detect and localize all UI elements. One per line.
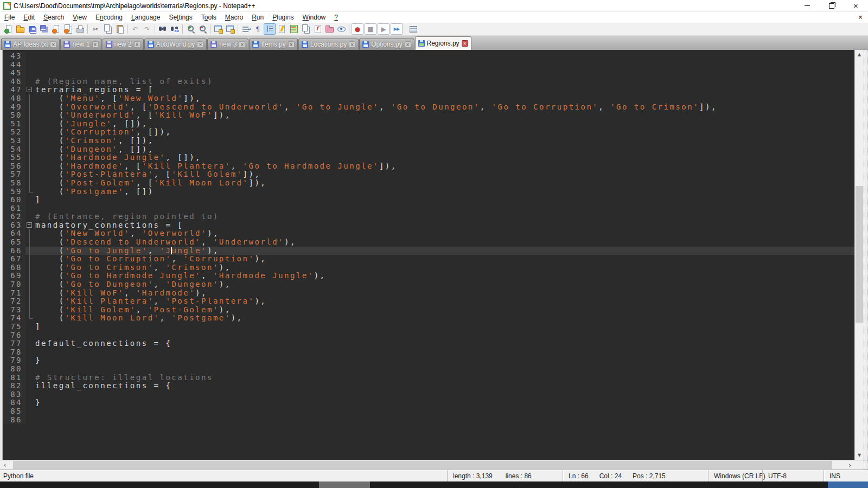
show-indent-guide-button[interactable] bbox=[264, 23, 276, 35]
scroll-up-icon[interactable]: ▲ bbox=[855, 50, 864, 59]
restore-button[interactable] bbox=[819, 0, 844, 12]
open-file-button[interactable] bbox=[14, 23, 26, 35]
menu-edit[interactable]: Edit bbox=[19, 12, 39, 23]
file-monitoring-button[interactable] bbox=[335, 23, 347, 35]
code-text[interactable]: ('Hardmode', ['Kill Plantera', 'Go to Ha… bbox=[35, 162, 854, 171]
code-text[interactable]: ('Go to Corruption', 'Corruption'), bbox=[35, 255, 854, 264]
find-button[interactable] bbox=[157, 23, 169, 35]
code-text[interactable]: ('Descend to Underworld', 'Underworld'), bbox=[35, 238, 854, 247]
word-wrap-button[interactable] bbox=[240, 23, 252, 35]
code-text[interactable]: ('Dungeon', []), bbox=[35, 145, 854, 154]
sync-vertical-scrolling-button[interactable] bbox=[212, 23, 224, 35]
function-list-button[interactable] bbox=[311, 23, 323, 35]
code-text[interactable]: ] bbox=[35, 323, 854, 331]
code-text[interactable]: ('Crimson', []), bbox=[35, 137, 854, 145]
code-text[interactable]: ('Corruption', []), bbox=[35, 128, 854, 137]
menu-tools[interactable]: Tools bbox=[197, 12, 221, 23]
code-text[interactable]: ('Go to Jungle', 'Jungle'), bbox=[35, 247, 854, 255]
close-file-button[interactable] bbox=[50, 23, 62, 35]
document-map-button[interactable] bbox=[288, 23, 299, 35]
macro-run-multiple-button[interactable]: ▶▶ bbox=[391, 23, 403, 35]
code-text[interactable] bbox=[35, 61, 854, 69]
copy-button[interactable] bbox=[101, 23, 113, 35]
horizontal-scrollbar-thumb[interactable] bbox=[13, 461, 832, 469]
code-text[interactable] bbox=[35, 407, 854, 416]
tab-close-button[interactable]: × bbox=[349, 41, 355, 48]
tab-close-button[interactable]: × bbox=[134, 41, 141, 48]
replace-button[interactable] bbox=[169, 23, 181, 35]
tab-items-py[interactable]: Items.py× bbox=[249, 38, 297, 50]
code-text[interactable] bbox=[35, 331, 854, 340]
cut-button[interactable]: ✂ bbox=[90, 23, 101, 35]
vertical-scrollbar-thumb[interactable] bbox=[856, 186, 863, 323]
macro-play-button[interactable]: ▶ bbox=[378, 23, 390, 35]
menu-search[interactable]: Search bbox=[39, 12, 68, 23]
save-all-button[interactable] bbox=[38, 23, 50, 35]
menu-macro[interactable]: Macro bbox=[221, 12, 247, 23]
menu-language[interactable]: Language bbox=[127, 12, 164, 23]
close-window-button[interactable]: × bbox=[844, 0, 868, 12]
undo-button[interactable]: ↶ bbox=[129, 23, 141, 35]
menu-view[interactable]: View bbox=[68, 12, 91, 23]
zoom-in-button[interactable] bbox=[184, 23, 196, 35]
code-text[interactable]: ('Jungle', []), bbox=[35, 120, 854, 129]
tab-autoworld-py[interactable]: AutoWorld.py× bbox=[144, 38, 207, 50]
tab-new-3[interactable]: new 3× bbox=[207, 38, 248, 50]
code-text[interactable] bbox=[35, 204, 854, 213]
menu-run[interactable]: Run bbox=[247, 12, 268, 23]
new-file-button[interactable] bbox=[2, 23, 14, 35]
minimize-button[interactable] bbox=[795, 0, 819, 12]
menu-help[interactable]: ? bbox=[330, 12, 342, 23]
code-text[interactable] bbox=[35, 365, 854, 374]
code-text[interactable] bbox=[35, 69, 854, 78]
tab-ap-ideas-txt[interactable]: AP Ideas.txt× bbox=[1, 38, 60, 50]
code-text[interactable]: ('Kill WoF', 'Hardmode'), bbox=[35, 289, 854, 298]
code-text[interactable]: ('Kill Plantera', 'Post-Plantera'), bbox=[35, 297, 854, 306]
code-text[interactable]: ('Hardmode Jungle', []), bbox=[35, 153, 854, 162]
tab-new-2[interactable]: new 2× bbox=[103, 38, 144, 50]
code-text[interactable] bbox=[35, 416, 854, 425]
code-text[interactable]: ('Post-Golem', ['Kill Moon Lord']), bbox=[35, 179, 854, 188]
zoom-out-button[interactable] bbox=[196, 23, 208, 35]
fold-collapse-icon[interactable] bbox=[25, 86, 35, 94]
code-text[interactable]: ('Kill Golem', 'Post-Golem'), bbox=[35, 306, 854, 314]
show-all-characters-button[interactable]: ¶ bbox=[252, 23, 264, 35]
code-text[interactable]: ('Post-Plantera', ['Kill Golem']), bbox=[35, 170, 854, 179]
code-text[interactable]: ('Underworld', ['Kill WoF']), bbox=[35, 111, 854, 120]
menu-file[interactable]: File bbox=[0, 12, 19, 23]
macro-stop-button[interactable]: ■ bbox=[365, 23, 376, 35]
status-insert-mode[interactable]: INS bbox=[824, 470, 868, 481]
menu-settings[interactable]: Settings bbox=[164, 12, 196, 23]
scroll-down-icon[interactable]: ▼ bbox=[855, 451, 864, 460]
tab-close-button[interactable]: × bbox=[288, 41, 295, 48]
code-text[interactable] bbox=[35, 390, 854, 399]
redo-button[interactable]: ↷ bbox=[141, 23, 153, 35]
code-text[interactable]: ('Menu', ['New World']), bbox=[35, 94, 854, 103]
vertical-scrollbar[interactable]: ▲ ▼ bbox=[854, 50, 864, 460]
code-text[interactable]: } bbox=[35, 399, 854, 407]
code-text[interactable]: ('New World', 'Overworld'), bbox=[35, 229, 854, 238]
macro-record-button[interactable]: ● bbox=[352, 23, 363, 35]
macro-save-button[interactable] bbox=[407, 23, 419, 35]
code-text[interactable]: ('Postgame', []) bbox=[35, 188, 854, 196]
code-text[interactable]: default_connections = { bbox=[35, 339, 854, 348]
sync-horizontal-scrolling-button[interactable] bbox=[224, 23, 236, 35]
code-text[interactable]: terraria_regions = [ bbox=[35, 86, 854, 94]
code-text[interactable]: ] bbox=[35, 196, 854, 204]
scroll-left-icon[interactable]: ‹ bbox=[0, 460, 9, 470]
code-text[interactable] bbox=[35, 52, 854, 61]
code-text[interactable]: # (Region name, list of exits) bbox=[35, 78, 854, 86]
folder-as-workspace-button[interactable] bbox=[323, 23, 335, 35]
horizontal-scrollbar[interactable]: ‹ › bbox=[0, 460, 854, 470]
menu-plugins[interactable]: Plugins bbox=[268, 12, 298, 23]
tab-regions-py[interactable]: Regions.py× bbox=[415, 36, 471, 50]
document-list-button[interactable] bbox=[299, 23, 311, 35]
tab-options-py[interactable]: Options.py× bbox=[359, 38, 414, 50]
code-text[interactable]: # Structure: illegal locations bbox=[35, 374, 854, 382]
save-file-button[interactable] bbox=[26, 23, 38, 35]
close-all-button[interactable] bbox=[62, 23, 74, 35]
code-text[interactable]: ('Kill Moon Lord', 'Postgame'), bbox=[35, 314, 854, 323]
menu-encoding[interactable]: Encoding bbox=[91, 12, 127, 23]
menubar-close-document-button[interactable]: × bbox=[855, 14, 866, 21]
print-button[interactable] bbox=[74, 23, 86, 35]
